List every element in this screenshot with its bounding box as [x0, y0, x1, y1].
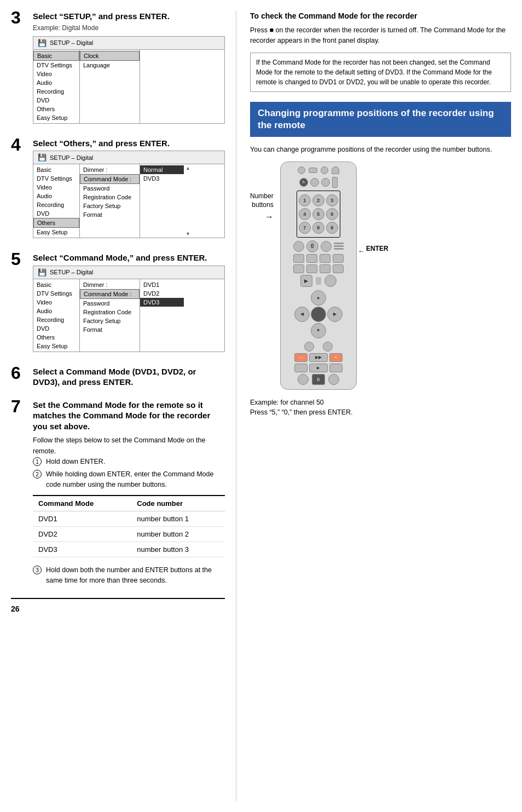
setup-right-options-1: Clock Language — [80, 50, 140, 123]
setup-panel-1-title: SETUP – Digital — [50, 39, 93, 46]
menu-item-audio[interactable]: Audio — [33, 78, 79, 87]
m4-dimmer[interactable]: Dimmer : — [80, 165, 140, 174]
page-number: 26 — [11, 604, 225, 613]
menu-item-others[interactable]: Others — [33, 105, 79, 113]
remote-btn-circle-l — [293, 241, 304, 252]
remote-illustration: ↻ 1 2 3 4 5 6 7 — [280, 162, 357, 390]
table-cell-mode-3: DVD3 — [33, 542, 131, 557]
remote-s4 — [333, 254, 344, 263]
remote-slider — [332, 177, 338, 188]
m4-dtv[interactable]: DTV Settings — [33, 174, 79, 183]
table-row: DVD3 number button 3 — [33, 542, 225, 557]
example-line1: Example: for channel 50 — [250, 398, 511, 408]
remote-btn-small-1: ↻ — [299, 178, 308, 187]
remote-bc2 — [323, 342, 333, 352]
menu-item-dvd[interactable]: DVD — [33, 96, 79, 105]
m5-factorysetup[interactable]: Factory Setup — [80, 316, 140, 325]
step-4-number: 4 — [11, 136, 33, 153]
step-6: 6 Select a Command Mode (DVD1, DVD2, or … — [11, 366, 225, 390]
setup-left-menu-5: Basic DTV Settings Video Audio Recording… — [33, 279, 80, 352]
remote-num-8: 8 — [312, 222, 324, 234]
remote-s6 — [306, 264, 317, 273]
step-7-sub3: 3 Hold down both the number and ENTER bu… — [33, 565, 225, 586]
m5-dvd[interactable]: DVD — [33, 324, 79, 333]
m5-recording[interactable]: Recording — [33, 315, 79, 324]
step-6-content: Select a Command Mode (DVD1, DVD2, or DV… — [33, 366, 225, 390]
m4-recording[interactable]: Recording — [33, 200, 79, 209]
m5-regcode[interactable]: Registration Code — [80, 308, 140, 316]
remote-play-l: ▶ — [300, 275, 312, 287]
step-5: 5 Select “Command Mode,” and press ENTER… — [11, 252, 225, 356]
highlight-section: Changing programme positions of the reco… — [250, 102, 511, 137]
m5-cmdmode[interactable]: Command Mode : — [80, 289, 140, 299]
menu-item-easysetup[interactable]: Easy Setup — [33, 113, 79, 122]
m5-format[interactable]: Format — [80, 325, 140, 334]
m5-r-dvd1[interactable]: DVD1 — [140, 280, 184, 289]
m4-audio[interactable]: Audio — [33, 192, 79, 200]
m5-audio[interactable]: Audio — [33, 307, 79, 315]
m5-dimmer[interactable]: Dimmer : — [80, 280, 140, 289]
step-7-content: Set the Command Mode for the remote so i… — [33, 400, 225, 588]
m4-r-normal[interactable]: Normal — [140, 165, 184, 174]
remote-m3 — [329, 364, 343, 372]
menu-item-video[interactable]: Video — [33, 70, 79, 78]
table-cell-mode-1: DVD1 — [33, 511, 131, 527]
m5-password[interactable]: Password — [80, 299, 140, 308]
remote-num-6: 6 — [326, 208, 338, 220]
step-7-body: Follow the steps below to set the Comman… — [33, 435, 225, 489]
step-7-sub2: 2 While holding down ENTER, enter the Co… — [33, 469, 225, 490]
setup-panel-5-title: SETUP – Digital — [50, 269, 93, 275]
m5-basic[interactable]: Basic — [33, 280, 79, 289]
m5-dtv[interactable]: DTV Settings — [33, 289, 79, 298]
remote-num-7: 7 — [299, 222, 311, 234]
remote-s7 — [320, 264, 330, 273]
m4-basic[interactable]: Basic — [33, 165, 79, 174]
m5-r-dvd2[interactable]: DVD2 — [140, 289, 184, 298]
step-7-sub3-text: Hold down both the number and ENTER butt… — [46, 565, 225, 586]
m4-password[interactable]: Password — [80, 184, 140, 193]
example-text: Example: for channel 50 Press “5,” “0,” … — [250, 398, 511, 418]
step-4-title: Select “Others,” and press ENTER. — [33, 138, 225, 149]
remote-light-2 — [309, 168, 317, 173]
nav-center — [311, 307, 326, 322]
nav-tr — [327, 290, 343, 306]
m4-video[interactable]: Video — [33, 183, 79, 192]
m4-others[interactable]: Others — [33, 218, 79, 228]
remote-num-9: 9 — [326, 222, 338, 234]
option-clock[interactable]: Clock — [80, 51, 140, 61]
m4-format[interactable]: Format — [80, 210, 140, 219]
remote-m1 — [294, 364, 308, 372]
menu-item-dtv[interactable]: DTV Settings — [33, 61, 79, 70]
m4-r-dvd3[interactable]: DVD3 — [140, 174, 184, 183]
step-3-number: 3 — [11, 9, 33, 26]
enter-label: ENTER — [366, 245, 388, 252]
menu-item-recording[interactable]: Recording — [33, 87, 79, 96]
m5-video[interactable]: Video — [33, 298, 79, 307]
m4-factorysetup[interactable]: Factory Setup — [80, 201, 140, 210]
m5-r-dvd3[interactable]: DVD3 — [140, 298, 184, 307]
remote-br2: II — [312, 374, 325, 385]
table-row: DVD1 number button 1 — [33, 511, 225, 527]
disk-icon-4: 💾 — [38, 153, 47, 162]
table-cell-code-2: number button 2 — [131, 527, 225, 542]
nav-bl — [294, 323, 310, 338]
remote-more-btns: ▶ — [294, 364, 343, 372]
table-header-col1: Command Mode — [33, 496, 131, 511]
remote-bottom-small — [304, 342, 333, 352]
m5-others[interactable]: Others — [33, 333, 79, 342]
m4-regcode[interactable]: Registration Code — [80, 193, 140, 201]
setup-panel-5-body: Basic DTV Settings Video Audio Recording… — [33, 279, 224, 352]
menu-item-basic[interactable]: Basic — [33, 51, 79, 61]
nav-left: ◀ — [294, 307, 310, 322]
step-7-text: Follow the steps below to set the Comman… — [33, 435, 225, 457]
changing-section-body: You can change programme positions of th… — [250, 145, 511, 155]
m5-easysetup[interactable]: Easy Setup — [33, 342, 79, 350]
remote-m2: ▶ — [309, 364, 328, 372]
option-language[interactable]: Language — [80, 61, 140, 70]
step-6-number: 6 — [11, 364, 33, 382]
m4-dvd[interactable]: DVD — [33, 209, 79, 218]
remote-nav-cross: ▲ ◀ ▶ ▼ — [294, 290, 343, 338]
remote-small-row-1 — [293, 254, 344, 263]
m4-easysetup[interactable]: Easy Setup — [33, 228, 79, 237]
m4-cmdmode[interactable]: Command Mode : — [80, 174, 140, 184]
